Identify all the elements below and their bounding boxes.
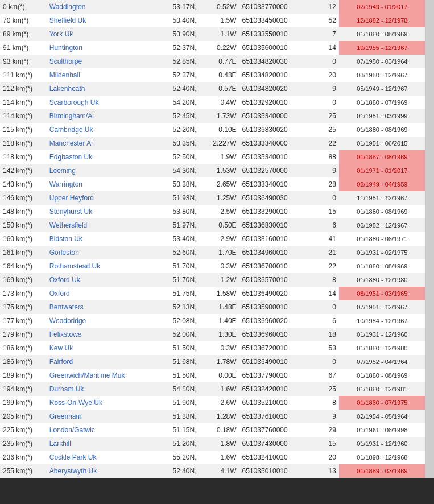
date-range-cell: 01/1880 - 06/1971 <box>339 232 425 246</box>
station-name-cell[interactable]: Stonyhurst Uk <box>47 205 153 218</box>
count-cell: 0 <box>312 355 339 369</box>
latitude-cell: 54.20N, <box>153 96 200 109</box>
count-cell: 22 <box>312 137 339 150</box>
count-cell: 13 <box>312 464 339 478</box>
count-cell: 25 <box>312 123 339 137</box>
date-range-cell: 01/1971 - 01/2017 <box>339 164 425 177</box>
table-row: 161 km(*) Gorleston 52.60N, 1.70E 651034… <box>0 246 434 259</box>
station-name-cell[interactable]: Aberystwyth Uk <box>47 464 153 478</box>
station-name-cell[interactable]: Edgbaston Uk <box>47 150 153 164</box>
latitude-cell: 53.38N, <box>153 177 200 191</box>
scrollbar-cell <box>425 109 434 123</box>
table-row: 175 km(*) Bentwaters 52.13N, 1.43E 65103… <box>0 300 434 314</box>
station-name-cell[interactable]: Leeming <box>47 164 153 177</box>
station-name-cell[interactable]: Greenham <box>47 410 153 423</box>
distance-cell: 112 km(*) <box>0 82 47 96</box>
station-name-cell[interactable]: Warrington <box>47 177 153 191</box>
longitude-cell: 1.8W <box>200 437 239 451</box>
date-range-cell: 01/1931 - 12/1960 <box>339 437 425 451</box>
latitude-cell: 52.85N, <box>153 55 200 68</box>
distance-cell: 143 km(*) <box>0 177 47 191</box>
station-name-cell[interactable]: Manchester Ai <box>47 137 153 150</box>
station-id-cell: 651036960010 <box>239 328 313 341</box>
latitude-cell: 55.20N, <box>153 451 200 464</box>
scrollbar-cell <box>425 259 434 273</box>
table-row: 143 km(*) Warrington 53.38N, 2.65W 65103… <box>0 177 434 191</box>
station-name-cell[interactable]: Sculthorpe <box>47 55 153 68</box>
longitude-cell: 0.3W <box>200 259 239 273</box>
table-row: 118 km(*) Edgbaston Uk 52.50N, 1.9W 6510… <box>0 150 434 164</box>
data-table: 0 km(*) Waddington 53.17N, 0.52W 6510337… <box>0 0 434 478</box>
scrollbar-cell <box>425 137 434 150</box>
date-range-cell: 01/1880 - 12/1980 <box>339 341 425 355</box>
date-range-cell: 05/1949 - 12/1967 <box>339 82 425 96</box>
latitude-cell: 52.40N, <box>153 464 200 478</box>
date-range-cell: 01/1931 - 12/1960 <box>339 328 425 341</box>
station-name-cell[interactable]: Kew Uk <box>47 341 153 355</box>
scrollbar-cell <box>425 369 434 382</box>
count-cell: 29 <box>312 423 339 437</box>
scrollbar-cell <box>425 355 434 369</box>
station-name-cell[interactable]: Larkhill <box>47 437 153 451</box>
station-name-cell[interactable]: Oxford <box>47 287 153 300</box>
distance-cell: 142 km(*) <box>0 164 47 177</box>
longitude-cell: 1.53W <box>200 164 239 177</box>
latitude-cell: 52.45N, <box>153 109 200 123</box>
station-name-cell[interactable]: Durham Uk <box>47 382 153 396</box>
station-name-cell[interactable]: Lakenheath <box>47 82 153 96</box>
date-range-cell: 01/1951 - 03/1999 <box>339 109 425 123</box>
station-name-cell[interactable]: Greenwich/Maritime Muk <box>47 369 153 382</box>
distance-cell: 161 km(*) <box>0 246 47 259</box>
station-name-cell[interactable]: Fairford <box>47 355 153 369</box>
latitude-cell: 51.50N, <box>153 369 200 382</box>
station-name-cell[interactable]: Bentwaters <box>47 300 153 314</box>
count-cell: 15 <box>312 437 339 451</box>
station-id-cell: 651036830010 <box>239 218 313 232</box>
station-name-cell[interactable]: York Uk <box>47 27 153 41</box>
station-name-cell[interactable]: London/Gatwic <box>47 423 153 437</box>
station-name-cell[interactable]: Gorleston <box>47 246 153 259</box>
date-range-cell: 01/1880 - 12/1980 <box>339 273 425 287</box>
station-id-cell: 651035340000 <box>239 109 313 123</box>
count-cell: 9 <box>312 164 339 177</box>
station-name-cell[interactable]: Huntington <box>47 41 153 55</box>
longitude-cell: 0.48E <box>200 68 239 82</box>
station-name-cell[interactable]: Ross-On-Wye Uk <box>47 396 153 410</box>
station-name-cell[interactable]: Cambridge Uk <box>47 123 153 137</box>
table-row: 118 km(*) Manchester Ai 53.35N, 2.227W 6… <box>0 137 434 150</box>
station-name-cell[interactable]: Mildenhall <box>47 68 153 82</box>
date-range-cell: 08/1951 - 03/1965 <box>339 287 425 300</box>
station-id-cell: 651032410010 <box>239 451 313 464</box>
distance-cell: 70 km(*) <box>0 14 47 27</box>
station-name-cell[interactable]: Oxford Uk <box>47 273 153 287</box>
latitude-cell: 53.40N, <box>153 232 200 246</box>
station-id-cell: 651036490010 <box>239 355 313 369</box>
station-id-cell: 651033770000 <box>239 0 313 14</box>
scrollbar-cell <box>425 451 434 464</box>
station-name-cell[interactable]: Scarborough Uk <box>47 96 153 109</box>
station-name-cell[interactable]: Sheffield Uk <box>47 14 153 27</box>
station-name-cell[interactable]: Birmingham/Ai <box>47 109 153 123</box>
station-name-cell[interactable]: Waddington <box>47 0 153 14</box>
longitude-cell: 0.77E <box>200 55 239 68</box>
scrollbar-cell <box>425 300 434 314</box>
latitude-cell: 51.68N, <box>153 355 200 369</box>
station-name-cell[interactable]: Woodbridge <box>47 314 153 328</box>
station-name-cell[interactable]: Wethersfield <box>47 218 153 232</box>
scrollbar-cell <box>425 41 434 55</box>
table-row: 186 km(*) Fairford 51.68N, 1.78W 6510364… <box>0 355 434 369</box>
station-id-cell: 651033340000 <box>239 137 313 150</box>
longitude-cell: 2.5W <box>200 205 239 218</box>
station-name-cell[interactable]: Felixstowe <box>47 328 153 341</box>
distance-cell: 235 km(*) <box>0 437 47 451</box>
table-row: 199 km(*) Ross-On-Wye Uk 51.90N, 2.6W 65… <box>0 396 434 410</box>
station-name-cell[interactable]: Upper Heyford <box>47 191 153 205</box>
station-name-cell[interactable]: Bidston Uk <box>47 232 153 246</box>
date-range-cell: 01/1931 - 02/1975 <box>339 246 425 259</box>
count-cell: 14 <box>312 287 339 300</box>
station-name-cell[interactable]: Cockle Park Uk <box>47 451 153 464</box>
scrollbar-cell <box>425 96 434 109</box>
count-cell: 21 <box>312 246 339 259</box>
station-name-cell[interactable]: Rothamstead Uk <box>47 259 153 273</box>
scrollbar-cell <box>425 68 434 82</box>
